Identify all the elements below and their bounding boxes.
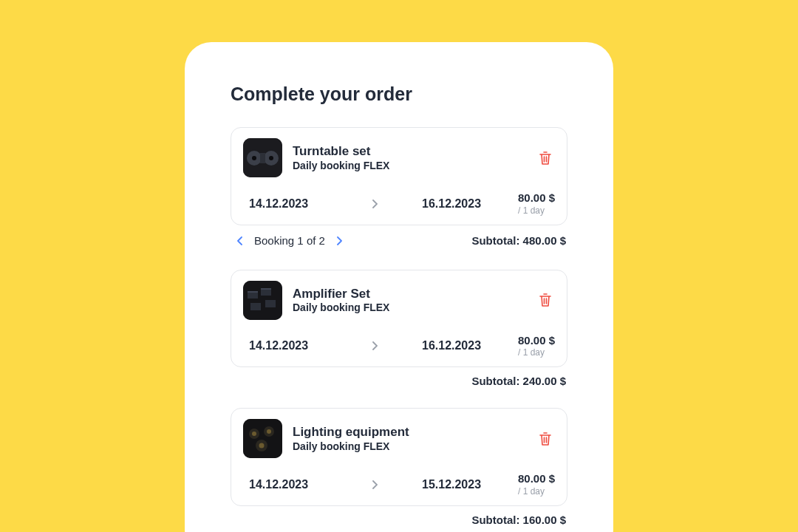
order-item: Amplifier Set Daily booking FLEX 14.12.2…	[231, 270, 567, 368]
svg-point-17	[252, 432, 256, 436]
chevron-right-icon	[372, 200, 378, 208]
subtotal: Subtotal: 160.00 $	[471, 514, 566, 526]
item-name: Lighting equipment	[293, 425, 525, 440]
trash-icon	[539, 151, 552, 166]
item-dates: 14.12.2023 16.12.2023 80.00 $ / 1 day	[243, 192, 555, 216]
item-thumbnail	[243, 138, 282, 177]
svg-rect-10	[265, 300, 276, 307]
order-item: Turntable set Daily booking FLEX 14.12.2…	[231, 127, 567, 225]
price-unit: / 1 day	[518, 347, 555, 358]
svg-rect-11	[248, 291, 258, 293]
delete-button[interactable]	[536, 149, 555, 168]
chevron-right-icon	[336, 236, 342, 245]
order-item: Lighting equipment Daily booking FLEX 14…	[231, 408, 567, 506]
order-card: Complete your order Turntable set Daily …	[185, 42, 613, 532]
item-subtitle: Daily booking FLEX	[293, 301, 525, 313]
item-footer: Subtotal: 160.00 $	[231, 514, 566, 526]
date-separator	[360, 480, 389, 489]
item-dates: 14.12.2023 15.12.2023 80.00 $ / 1 day	[243, 473, 555, 497]
svg-point-3	[252, 156, 256, 160]
price-block: 80.00 $ / 1 day	[518, 192, 555, 216]
chevron-right-icon	[372, 341, 378, 350]
svg-rect-9	[250, 303, 261, 310]
item-info: Amplifier Set Daily booking FLEX	[293, 287, 525, 314]
end-date[interactable]: 16.12.2023	[422, 339, 518, 352]
page-title: Complete your order	[231, 83, 567, 105]
price-block: 80.00 $ / 1 day	[518, 473, 555, 497]
start-date[interactable]: 14.12.2023	[249, 339, 360, 352]
pager-label: Booking 1 of 2	[254, 234, 325, 247]
svg-point-18	[267, 429, 271, 434]
item-header: Amplifier Set Daily booking FLEX	[243, 281, 555, 320]
item-name: Amplifier Set	[293, 287, 525, 301]
pager-next-button[interactable]	[331, 233, 347, 249]
svg-rect-5	[260, 153, 265, 163]
trash-icon	[539, 432, 552, 446]
pager-prev-button[interactable]	[232, 233, 248, 249]
svg-rect-13	[243, 419, 282, 458]
start-date[interactable]: 14.12.2023	[249, 478, 360, 491]
date-separator	[360, 200, 389, 208]
svg-rect-6	[243, 281, 282, 320]
price-block: 80.00 $ / 1 day	[518, 335, 555, 358]
svg-point-4	[269, 156, 273, 160]
delete-button[interactable]	[536, 429, 555, 449]
subtotal: Subtotal: 480.00 $	[471, 234, 566, 247]
item-subtitle: Daily booking FLEX	[293, 160, 525, 171]
price: 80.00 $	[518, 335, 555, 347]
end-date[interactable]: 16.12.2023	[422, 197, 518, 211]
start-date[interactable]: 14.12.2023	[249, 197, 360, 211]
svg-rect-12	[261, 288, 271, 290]
item-info: Lighting equipment Daily booking FLEX	[293, 425, 525, 452]
item-subtitle: Daily booking FLEX	[293, 440, 525, 452]
item-thumbnail	[243, 281, 282, 320]
price-unit: / 1 day	[518, 486, 555, 497]
price: 80.00 $	[518, 192, 555, 205]
svg-point-19	[259, 443, 265, 449]
item-dates: 14.12.2023 16.12.2023 80.00 $ / 1 day	[243, 335, 555, 358]
delete-button[interactable]	[536, 290, 555, 310]
end-date[interactable]: 15.12.2023	[422, 478, 518, 491]
item-header: Turntable set Daily booking FLEX	[243, 138, 555, 177]
item-name: Turntable set	[293, 144, 525, 159]
item-info: Turntable set Daily booking FLEX	[293, 144, 525, 171]
price: 80.00 $	[518, 473, 555, 485]
item-footer: Subtotal: 240.00 $	[231, 375, 566, 387]
trash-icon	[539, 293, 552, 307]
pager: Booking 1 of 2	[232, 233, 347, 249]
item-thumbnail	[243, 419, 282, 458]
chevron-right-icon	[372, 480, 378, 489]
subtotal: Subtotal: 240.00 $	[471, 375, 566, 387]
item-footer: Booking 1 of 2 Subtotal: 480.00 $	[231, 233, 567, 249]
price-unit: / 1 day	[518, 205, 555, 216]
chevron-left-icon	[237, 236, 243, 245]
item-header: Lighting equipment Daily booking FLEX	[243, 419, 555, 458]
date-separator	[360, 341, 389, 350]
